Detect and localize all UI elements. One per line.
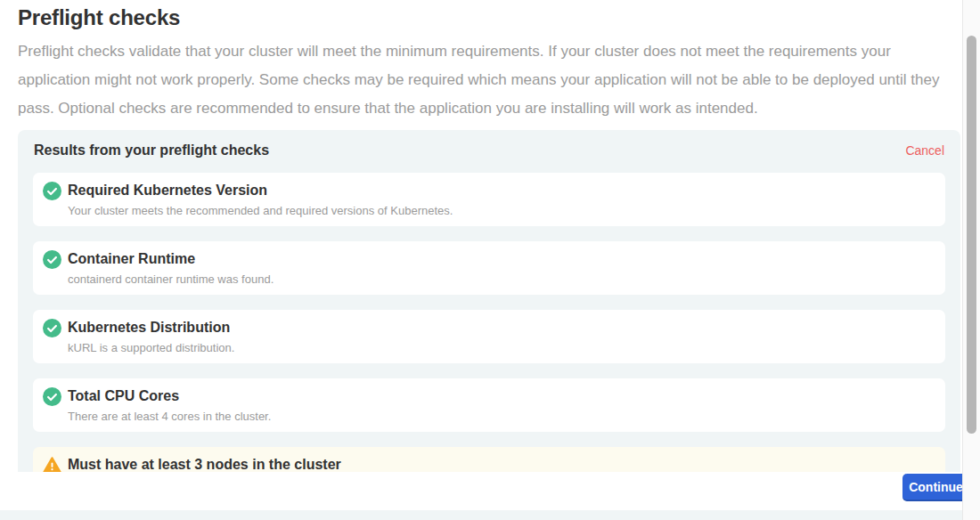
check-circle-icon [43, 250, 61, 269]
scrollbar-track[interactable] [962, 0, 980, 520]
page-title: Preflight checks [18, 5, 980, 30]
check-circle-icon [43, 319, 61, 337]
check-message: containerd container runtime was found. [68, 272, 931, 286]
footer-bar [0, 472, 962, 510]
check-circle-icon [43, 182, 61, 200]
panel-title: Results from your preflight checks [34, 142, 269, 158]
check-message: There are at least 4 cores in the cluste… [68, 410, 931, 423]
preflight-results-panel: Results from your preflight checks Cance… [18, 130, 960, 516]
preflight-check-row: Total CPU Cores There are at least 4 cor… [33, 378, 945, 432]
check-title: Must have at least 3 nodes in the cluste… [68, 456, 931, 473]
scrollbar-thumb[interactable] [967, 36, 976, 434]
preflight-check-row: Kubernetes Distribution kURL is a suppor… [33, 310, 945, 363]
check-message: Your cluster meets the recommended and r… [68, 204, 931, 217]
check-circle-icon [43, 387, 61, 406]
check-title: Total CPU Cores [68, 387, 931, 404]
page-description: Preflight checks validate that your clus… [18, 37, 950, 123]
check-title: Container Runtime [68, 250, 931, 267]
panel-header: Results from your preflight checks Cance… [34, 142, 944, 158]
check-title: Kubernetes Distribution [68, 319, 931, 336]
preflight-check-list: Required Kubernetes Version Your cluster… [33, 173, 945, 500]
check-message: kURL is a supported distribution. [68, 341, 931, 354]
continue-button[interactable]: Continue [902, 474, 969, 501]
preflight-check-row: Container Runtime containerd container r… [33, 241, 945, 295]
footer-strip [0, 510, 962, 520]
cancel-link[interactable]: Cancel [905, 143, 944, 158]
preflight-check-row: Required Kubernetes Version Your cluster… [33, 173, 945, 226]
check-title: Required Kubernetes Version [68, 182, 931, 199]
